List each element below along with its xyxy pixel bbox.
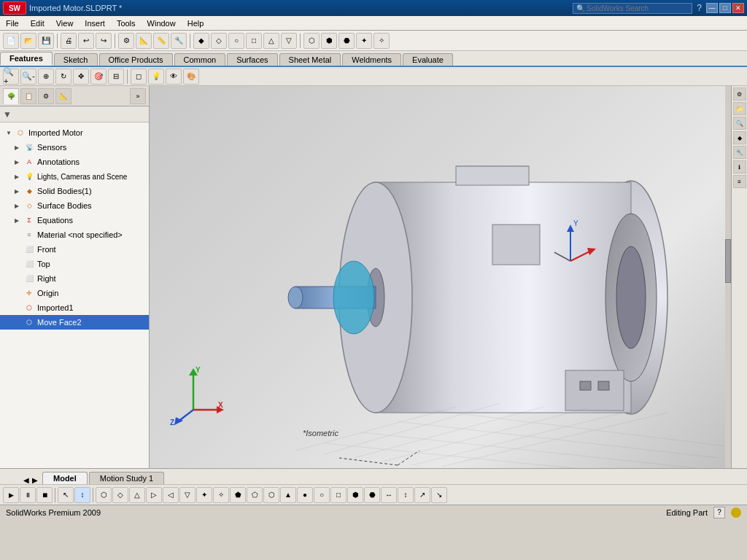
maximize-button[interactable]: □ — [719, 3, 731, 13]
menu-window[interactable]: Window — [142, 16, 182, 30]
bt-btn24[interactable]: ↘ — [431, 487, 447, 503]
new-button[interactable]: 📄 — [3, 33, 19, 49]
prev-tab-btn[interactable]: ◀ — [22, 476, 31, 484]
tree-item-moveface[interactable]: ⬡ Move Face2 — [0, 315, 149, 330]
bt-cursor-btn[interactable]: ↕ — [74, 487, 90, 503]
tb-btn12[interactable]: ⬡ — [303, 33, 320, 49]
rotate-btn[interactable]: ↻ — [55, 69, 71, 85]
open-button[interactable]: 📂 — [20, 33, 36, 49]
bt-btn7[interactable]: ▷ — [146, 487, 162, 503]
tab-features[interactable]: Features — [0, 52, 53, 66]
tb-btn16[interactable]: ✧ — [374, 33, 390, 49]
bt-select-btn[interactable]: ↖ — [58, 487, 74, 503]
next-tab-btn[interactable]: ▶ — [31, 476, 39, 484]
pan-btn[interactable]: ✥ — [73, 69, 89, 85]
tree-item-root[interactable]: ▼ ⬡ Imported Motor — [0, 125, 149, 140]
bt-btn9[interactable]: ▽ — [179, 487, 196, 503]
bt-btn17[interactable]: ○ — [314, 487, 330, 503]
help-icon[interactable]: ? — [697, 3, 702, 13]
bt-btn14[interactable]: ⬡ — [263, 487, 279, 503]
tb-btn6[interactable]: ◆ — [193, 33, 209, 49]
tree-item-sensors[interactable]: ▶ 📡 Sensors — [0, 140, 149, 155]
tab-sketch[interactable]: Sketch — [54, 53, 98, 66]
bt-btn3[interactable]: ⏹ — [36, 487, 53, 503]
tb-btn8[interactable]: ○ — [228, 33, 244, 49]
section-view-btn[interactable]: ⊟ — [108, 69, 124, 85]
tab-office-products[interactable]: Office Products — [99, 53, 173, 66]
tb-btn10[interactable]: △ — [263, 33, 279, 49]
save-button[interactable]: 💾 — [38, 33, 54, 49]
menu-view[interactable]: View — [50, 16, 80, 30]
bt-btn13[interactable]: ⬠ — [247, 487, 263, 503]
tab-common[interactable]: Common — [174, 53, 226, 66]
menu-insert[interactable]: Insert — [79, 16, 111, 30]
menu-help[interactable]: Help — [182, 16, 210, 30]
tree-item-top[interactable]: ⬜ Top — [0, 257, 149, 271]
bt-btn15[interactable]: ▲ — [280, 487, 296, 503]
bt-btn21[interactable]: ↔ — [381, 487, 397, 503]
undo-button[interactable]: ↩ — [78, 33, 94, 49]
view-orient-btn[interactable]: 🎯 — [90, 69, 107, 85]
tab-model[interactable]: Model — [42, 472, 88, 484]
tree-item-surface-bodies[interactable]: ▶ ◇ Surface Bodies — [0, 198, 149, 213]
fp-tab-dim[interactable]: 📐 — [55, 88, 71, 104]
tb-btn15[interactable]: ✦ — [356, 33, 372, 49]
tree-item-equations[interactable]: ▶ Σ Equations — [0, 213, 149, 228]
bt-btn22[interactable]: ↕ — [398, 487, 414, 503]
rp-file-btn[interactable]: 📁 — [733, 102, 746, 115]
menu-file[interactable]: File — [0, 16, 25, 30]
tree-item-origin[interactable]: ✛ Origin — [0, 286, 149, 300]
bt-btn19[interactable]: ⬢ — [347, 487, 363, 503]
rp-3d-btn[interactable]: ◆ — [733, 131, 746, 144]
bt-btn1[interactable]: ▶ — [3, 487, 19, 503]
tb-btn14[interactable]: ⬣ — [338, 33, 355, 49]
bt-btn10[interactable]: ✦ — [196, 487, 212, 503]
print-button[interactable]: 🖨 — [61, 33, 77, 49]
tb-btn7[interactable]: ◇ — [211, 33, 227, 49]
scroll-thumb[interactable] — [725, 239, 731, 283]
bt-btn20[interactable]: ⬣ — [364, 487, 380, 503]
hide-show-btn[interactable]: 👁 — [166, 69, 182, 85]
tb-btn11[interactable]: ▽ — [281, 33, 297, 49]
tree-item-right[interactable]: ⬜ Right — [0, 271, 149, 286]
tree-item-front[interactable]: ⬜ Front — [0, 242, 149, 257]
tree-item-lights[interactable]: ▶ 💡 Lights, Cameras and Scene — [0, 169, 149, 184]
appearance-btn[interactable]: 🎨 — [183, 69, 199, 85]
rp-info-btn[interactable]: ℹ — [733, 160, 746, 174]
fp-tab-tree[interactable]: 🌳 — [3, 88, 19, 104]
bt-btn11[interactable]: ✧ — [213, 487, 229, 503]
tab-surfaces[interactable]: Surfaces — [227, 53, 277, 66]
tree-item-annotations[interactable]: ▶ A Annotations — [0, 155, 149, 169]
viewport-scrollbar[interactable] — [725, 86, 731, 468]
fp-tab-config[interactable]: ⚙ — [38, 88, 54, 104]
menu-tools[interactable]: Tools — [111, 16, 142, 30]
lights-btn[interactable]: 💡 — [148, 69, 164, 85]
bt-btn12[interactable]: ⬟ — [230, 487, 246, 503]
tab-motion-study[interactable]: Motion Study 1 — [89, 472, 164, 484]
tab-sheet-metal[interactable]: Sheet Metal — [279, 53, 341, 66]
display-style-btn[interactable]: ◻ — [131, 69, 147, 85]
menu-edit[interactable]: Edit — [25, 16, 50, 30]
bt-btn2[interactable]: ⏸ — [20, 487, 36, 503]
tb-btn4[interactable]: 📏 — [153, 33, 169, 49]
options-button[interactable]: ⚙ — [118, 33, 134, 49]
rp-layers-btn[interactable]: ≡ — [733, 175, 746, 188]
bt-btn18[interactable]: □ — [330, 487, 347, 503]
close-button[interactable]: ✕ — [732, 3, 744, 13]
bt-btn4[interactable]: ⬡ — [96, 487, 112, 503]
minimize-button[interactable]: — — [706, 3, 718, 13]
zoom-fit-btn[interactable]: ⊕ — [38, 69, 54, 85]
tab-weldments[interactable]: Weldments — [342, 53, 401, 66]
tree-item-imported1[interactable]: ⬡ Imported1 — [0, 300, 149, 315]
tree-item-solid-bodies[interactable]: ▶ ◆ Solid Bodies(1) — [0, 184, 149, 198]
rp-settings-btn[interactable]: ⚙ — [733, 88, 746, 101]
search-input[interactable] — [587, 4, 689, 12]
bt-btn8[interactable]: ◁ — [163, 487, 179, 503]
fp-expand-btn[interactable]: » — [130, 88, 146, 104]
tb-btn9[interactable]: □ — [246, 33, 262, 49]
tab-evaluate[interactable]: Evaluate — [403, 53, 453, 66]
tree-item-material[interactable]: ≡ Material <not specified> — [0, 228, 149, 242]
rp-search-btn[interactable]: 🔍 — [733, 117, 746, 130]
zoom-out-btn[interactable]: 🔍- — [20, 69, 36, 85]
tb-btn3[interactable]: 📐 — [136, 33, 152, 49]
